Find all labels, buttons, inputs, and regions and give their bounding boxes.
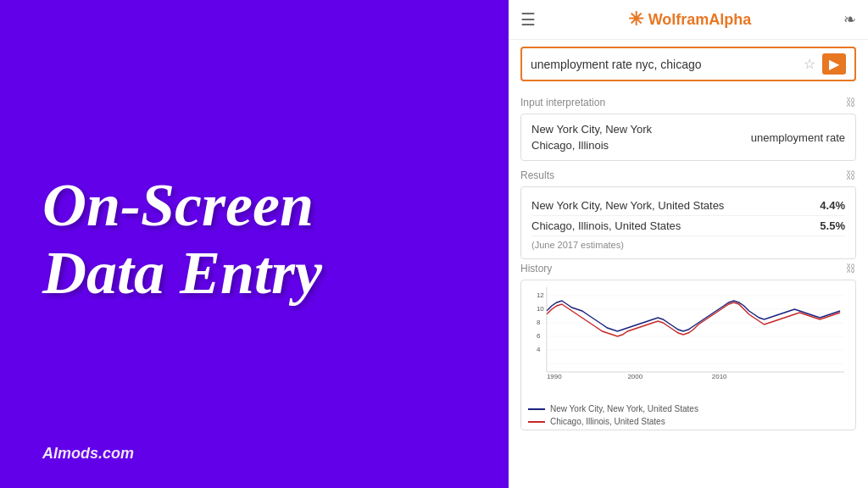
- svg-text:6: 6: [537, 332, 541, 340]
- svg-text:2010: 2010: [712, 373, 727, 380]
- svg-text:4: 4: [537, 346, 541, 353]
- results-section: Results ⛓ New York City, New York, Unite…: [520, 169, 856, 259]
- history-chart-svg: 12 10 8 6 4 1990 2000 2010: [528, 287, 849, 397]
- favorite-icon[interactable]: ☆: [804, 56, 815, 72]
- input-interpretation-link-icon[interactable]: ⛓: [846, 97, 856, 108]
- interp-type: unemployment rate: [751, 131, 845, 144]
- interp-city-nyc: New York City, New York: [531, 123, 652, 136]
- search-button[interactable]: ▶: [822, 53, 846, 75]
- site-footer: AImods.com: [42, 445, 466, 463]
- results-link-icon[interactable]: ⛓: [846, 169, 856, 181]
- legend-chi-line: [528, 421, 545, 423]
- share-icon[interactable]: ❧: [843, 10, 856, 29]
- main-title: On-Screen Data Entry: [42, 172, 466, 306]
- hamburger-icon[interactable]: ☰: [520, 9, 536, 30]
- app-logo: ✳ WolframAlpha: [628, 8, 752, 30]
- svg-text:12: 12: [537, 291, 544, 299]
- history-chart-container: 12 10 8 6 4 1990 2000 2010: [520, 280, 856, 430]
- svg-text:10: 10: [537, 305, 544, 313]
- results-label: Results: [520, 169, 554, 181]
- results-box: New York City, New York, United States 4…: [520, 186, 856, 259]
- svg-text:1990: 1990: [547, 373, 562, 380]
- wolfram-panel: ☰ ✳ WolframAlpha ❧ ☆ ▶ Input interpretat…: [509, 0, 868, 488]
- history-header: History ⛓: [520, 263, 856, 274]
- interp-cities: New York City, New York Chicago, Illinoi…: [531, 123, 652, 152]
- content-area: Input interpretation ⛓ New York City, Ne…: [509, 88, 868, 488]
- results-header: Results ⛓: [520, 169, 856, 181]
- left-panel: On-Screen Data Entry AImods.com: [0, 0, 509, 488]
- result-row-chi: Chicago, Illinois, United States 5.5%: [531, 216, 845, 236]
- search-input-wrapper: ☆ ▶: [520, 47, 856, 81]
- interp-content: New York City, New York Chicago, Illinoi…: [531, 123, 845, 152]
- chart-legend-chi: Chicago, Illinois, United States: [528, 417, 849, 426]
- legend-nyc-line: [528, 408, 545, 410]
- history-label: History: [520, 263, 552, 274]
- chart-legend: New York City, New York, United States: [528, 404, 849, 413]
- result-row-nyc: New York City, New York, United States 4…: [531, 196, 845, 216]
- input-interpretation-box: New York City, New York Chicago, Illinoi…: [520, 114, 856, 161]
- history-link-icon[interactable]: ⛓: [846, 263, 856, 274]
- history-section: History ⛓ 12 10 8 6 4: [520, 263, 856, 430]
- interp-city-chi: Chicago, Illinois: [531, 139, 652, 152]
- search-bar: ☆ ▶: [509, 40, 868, 88]
- result-value-nyc: 4.4%: [820, 199, 845, 212]
- legend-chi-label: Chicago, Illinois, United States: [550, 417, 665, 426]
- result-city-nyc: New York City, New York, United States: [531, 199, 724, 212]
- logo-icon: ✳: [628, 8, 643, 30]
- logo-text: WolframAlpha: [648, 11, 752, 29]
- input-interpretation-label: Input interpretation: [520, 97, 605, 108]
- app-header: ☰ ✳ WolframAlpha ❧: [509, 0, 868, 40]
- input-interpretation-section: Input interpretation ⛓ New York City, Ne…: [520, 97, 856, 161]
- result-city-chi: Chicago, Illinois, United States: [531, 219, 681, 232]
- result-value-chi: 5.5%: [820, 219, 845, 232]
- svg-text:2000: 2000: [627, 373, 643, 380]
- result-note: (June 2017 estimates): [531, 240, 845, 250]
- legend-nyc-label: New York City, New York, United States: [550, 404, 698, 413]
- search-input[interactable]: [531, 58, 797, 71]
- input-interpretation-header: Input interpretation ⛓: [520, 97, 856, 108]
- svg-text:8: 8: [537, 319, 541, 326]
